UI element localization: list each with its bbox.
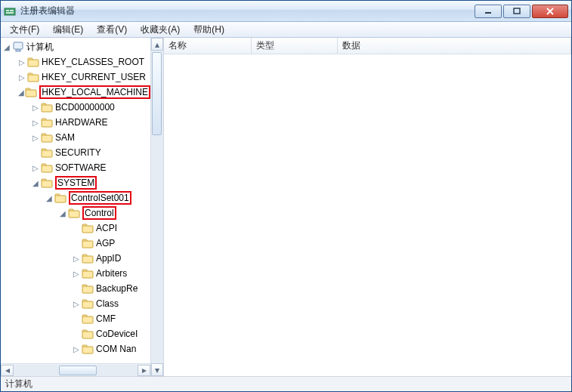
tree-label: HKEY_CURRENT_USER	[42, 72, 146, 82]
tree-twisty-closed-icon[interactable]: ▷	[72, 255, 81, 263]
tree-row[interactable]: ▷HKEY_CURRENT_USER	[1, 69, 150, 85]
registry-editor-window: 注册表编辑器 文件(F) 编辑(E) 查看(V) 收藏夹(A) 帮助(H) ◢计…	[0, 0, 572, 392]
svg-rect-37	[82, 271, 93, 278]
tree-row[interactable]: ▷COM Nan	[1, 341, 150, 357]
window-title: 注册表编辑器	[20, 5, 475, 17]
svg-rect-7	[16, 50, 20, 51]
tree-row[interactable]: ▷SOFTWARE	[1, 160, 150, 175]
menubar: 文件(F) 编辑(E) 查看(V) 收藏夹(A) 帮助(H)	[1, 22, 571, 38]
folder-icon	[82, 298, 94, 310]
column-name[interactable]: 名称	[164, 38, 252, 54]
column-data[interactable]: 数据	[338, 38, 571, 54]
hscroll-thumb[interactable]	[59, 366, 97, 375]
statusbar-path: 计算机	[5, 378, 32, 390]
folder-icon	[27, 56, 39, 68]
tree-label: ACPI	[96, 223, 117, 233]
tree-row[interactable]: ◢SYSTEM	[1, 175, 150, 190]
tree-row[interactable]: ▷AppID	[1, 251, 150, 266]
folder-icon	[27, 71, 39, 83]
menu-favorites[interactable]: 收藏夹(A)	[134, 22, 186, 38]
folder-icon	[82, 237, 94, 249]
tree-label: ControlSet001	[69, 191, 131, 205]
tree-twisty-open-icon[interactable]: ◢	[17, 88, 24, 97]
tree-twisty-open-icon[interactable]: ◢	[45, 194, 54, 202]
computer-icon	[12, 41, 24, 53]
svg-rect-9	[28, 60, 39, 66]
tree-label: Arbiters	[96, 268, 127, 279]
tree-twisty-closed-icon[interactable]: ▷	[31, 103, 40, 112]
tree-row[interactable]: ACPI	[1, 221, 150, 236]
tree-row[interactable]: ▷HKEY_CLASSES_ROOT	[1, 54, 150, 69]
tree-row-root[interactable]: ◢计算机	[1, 39, 150, 54]
tree-row[interactable]: ◢HKEY_LOCAL_MACHINE	[1, 85, 150, 100]
tree-row[interactable]: ◢ControlSet001	[1, 190, 150, 205]
svg-rect-11	[28, 75, 39, 82]
tree-label: 计算机	[26, 41, 54, 54]
scroll-up-arrow-icon[interactable]: ▴	[151, 38, 163, 51]
tree-pane: ◢计算机▷HKEY_CLASSES_ROOT▷HKEY_CURRENT_USER…	[1, 38, 164, 376]
svg-rect-25	[42, 181, 52, 187]
tree-row[interactable]: ▷BCD00000000	[1, 100, 150, 115]
tree-twisty-closed-icon[interactable]: ▷	[31, 134, 40, 142]
tree-row[interactable]: ▷SAM	[1, 130, 150, 145]
maximize-button[interactable]	[503, 5, 530, 18]
scroll-right-arrow-icon[interactable]: ▸	[138, 365, 150, 376]
tree-label: CMF	[96, 313, 116, 324]
tree-twisty-open-icon[interactable]: ◢	[31, 179, 40, 187]
tree-twisty-open-icon[interactable]: ◢	[2, 43, 11, 51]
scroll-left-arrow-icon[interactable]: ◂	[1, 365, 14, 376]
tree-twisty-closed-icon[interactable]: ▷	[31, 119, 40, 127]
tree-label: SYSTEM	[55, 176, 97, 190]
tree-row[interactable]: CoDeviceI	[1, 326, 150, 341]
values-pane: 名称 类型 数据	[164, 38, 571, 376]
tree-row[interactable]: ▷Class	[1, 296, 150, 311]
tree-vertical-scrollbar[interactable]: ▴ ▾	[150, 38, 163, 376]
svg-rect-19	[42, 135, 52, 142]
svg-rect-4	[485, 12, 491, 14]
minimize-icon	[484, 8, 492, 14]
tree-label: HARDWARE	[55, 117, 108, 128]
titlebar[interactable]: 注册表编辑器	[1, 1, 571, 22]
folder-icon	[82, 282, 94, 295]
vscroll-thumb[interactable]	[152, 52, 162, 135]
tree-row[interactable]: AGP	[1, 236, 150, 251]
tree-label: AGP	[96, 238, 115, 248]
tree-twisty-closed-icon[interactable]: ▷	[17, 73, 26, 82]
menu-file[interactable]: 文件(F)	[4, 22, 45, 38]
tree-row[interactable]: ▷Arbiters	[1, 266, 150, 281]
scroll-down-arrow-icon[interactable]: ▾	[151, 363, 163, 376]
tree-twisty-open-icon[interactable]: ◢	[58, 209, 67, 218]
svg-rect-1	[6, 10, 9, 11]
svg-rect-23	[42, 165, 52, 172]
close-button[interactable]	[532, 5, 568, 18]
tree-twisty-closed-icon[interactable]: ▷	[72, 270, 81, 278]
svg-rect-15	[42, 105, 52, 112]
menu-view[interactable]: 查看(V)	[91, 22, 133, 38]
values-list[interactable]	[164, 54, 571, 376]
tree-row[interactable]: ▷HARDWARE	[1, 115, 150, 130]
tree-label: BackupRe	[96, 283, 138, 294]
registry-tree[interactable]: ◢计算机▷HKEY_CLASSES_ROOT▷HKEY_CURRENT_USER…	[1, 38, 150, 363]
tree-row[interactable]: SECURITY	[1, 145, 150, 160]
menu-edit[interactable]: 编辑(E)	[47, 22, 89, 38]
tree-horizontal-scrollbar[interactable]: ◂ ▸	[1, 363, 150, 376]
menu-help[interactable]: 帮助(H)	[187, 22, 230, 38]
tree-twisty-closed-icon[interactable]: ▷	[72, 345, 81, 353]
svg-rect-17	[42, 120, 52, 127]
svg-rect-33	[82, 241, 93, 248]
tree-row[interactable]: ◢Control	[1, 205, 150, 221]
folder-icon	[82, 328, 94, 340]
tree-twisty-closed-icon[interactable]: ▷	[72, 300, 81, 308]
tree-row[interactable]: CMF	[1, 311, 150, 326]
tree-twisty-closed-icon[interactable]: ▷	[17, 58, 26, 66]
svg-rect-41	[82, 301, 93, 308]
tree-label: Class	[96, 298, 119, 309]
column-type[interactable]: 类型	[252, 38, 338, 54]
minimize-button[interactable]	[475, 5, 502, 18]
folder-icon	[82, 267, 94, 279]
tree-row[interactable]: BackupRe	[1, 281, 150, 296]
tree-label: COM Nan	[96, 344, 136, 354]
tree-twisty-closed-icon[interactable]: ▷	[31, 164, 40, 172]
tree-label: SOFTWARE	[55, 162, 107, 173]
tree-label: SECURITY	[55, 147, 101, 158]
